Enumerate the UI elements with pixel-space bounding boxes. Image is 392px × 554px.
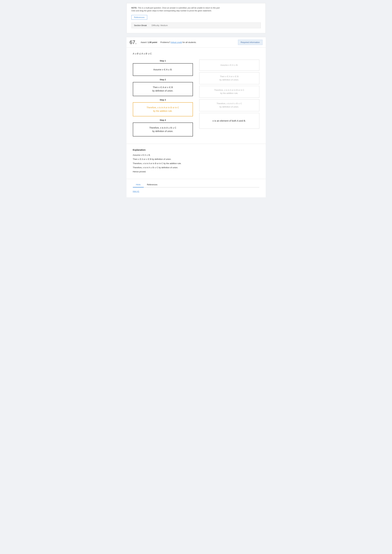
right-option-2-line2: by definition of union.	[219, 79, 239, 81]
step-4-line1: Therefore, x is in A ∪ B ∪ C	[149, 126, 176, 129]
note-section: NOTE: This is a multi-part question. Onc…	[126, 3, 266, 33]
problem-content: A ∪ B ⊆ A ∪ B ∪ C. Step 1 Assume x ∈ A ∪…	[126, 48, 266, 144]
right-option-box-2[interactable]: Then x ∈ A or x ∈ B by definition of uni…	[199, 72, 259, 84]
right-option-3-content: Therefore, x is in A or in B or in C by …	[214, 89, 244, 95]
tab-hints[interactable]: Hints	[133, 182, 144, 187]
right-option-box-3[interactable]: Therefore, x is in A or in B or in C by …	[199, 86, 259, 98]
right-option-2-content: Then x ∈ A or x ∈ B by definition of uni…	[219, 75, 239, 82]
step-group-4: Step 4 Therefore, x is in A ∪ B ∪ C by d…	[133, 119, 193, 137]
explanation-line-1: Assume x ∈ A ∪ B.	[133, 153, 259, 157]
step-2-line1: Then x ∈ A or x ∈ B	[153, 86, 173, 89]
problem-number: 67.	[130, 39, 138, 45]
tab-references[interactable]: References	[144, 182, 161, 187]
explanation-text: Assume x ∈ A ∪ B. Then x ∈ A or x ∈ B by…	[133, 153, 259, 173]
references-button[interactable]: References	[131, 15, 147, 20]
steps-right: Assume x ∈ A ∪ B. Then x ∈ A or x ∈ B by…	[199, 60, 259, 130]
right-option-box-5[interactable]: x is an element of both A and B.	[199, 113, 259, 129]
tabs-bar: Hints References	[133, 182, 259, 187]
step-4-box[interactable]: Therefore, x is in A ∪ B ∪ C by definiti…	[133, 123, 193, 137]
step-3-content: Therefore, x is in A or in B or in C by …	[147, 106, 179, 113]
right-option-5-content: x is an element of both A and B.	[212, 119, 246, 123]
step-group-3: Step 3 Therefore, x is in A or in B or i…	[133, 99, 193, 116]
step-3-label: Step 3	[133, 99, 193, 101]
explanation-section: Explanation: Assume x ∈ A ∪ B. Then x ∈ …	[126, 144, 266, 179]
note-plain: Click and drag the given steps to their …	[131, 10, 212, 12]
section-break-difficulty: Difficulty: Medium	[152, 24, 168, 27]
steps-layout: Step 1 Assume x ∈ A ∪ B. Step 2 Then x ∈…	[133, 60, 259, 139]
step-2-box[interactable]: Then x ∈ A or x ∈ B by definition of uni…	[133, 82, 193, 96]
right-option-box-1[interactable]: Assume x ∈ A ∪ B.	[199, 60, 259, 71]
problem-adjust: Problems? Adjust credit for all students…	[160, 41, 196, 43]
problems-label: Problems?	[160, 41, 170, 43]
right-option-3-line2: by the addition rule.	[220, 92, 238, 94]
right-option-2-line1: Then x ∈ A or x ∈ B	[220, 75, 238, 78]
note-text: NOTE: This is a multi-part question. Onc…	[131, 7, 261, 12]
step-group-1: Step 1 Assume x ∈ A ∪ B.	[133, 60, 193, 76]
note-bold: NOTE:	[131, 7, 137, 9]
page-wrapper: NOTE: This is a multi-part question. Onc…	[125, 0, 267, 201]
problem-statement: A ∪ B ⊆ A ∪ B ∪ C.	[133, 52, 259, 55]
explanation-line-3: Therefore, x is in A or in B or in C by …	[133, 162, 259, 165]
problem-header: 67. Award: 1.00 point Problems? Adjust c…	[126, 37, 266, 48]
award-label: Award:	[141, 41, 147, 43]
step-4-line2: by definition of union.	[152, 130, 173, 132]
required-info-button[interactable]: Required information	[238, 40, 262, 45]
right-option-4-line2: by definition of union.	[219, 106, 239, 108]
section-break-bar: Section Break Difficulty: Medium	[131, 22, 261, 28]
right-option-4-line1: Therefore, x is in A ∪ B ∪ C	[217, 102, 242, 105]
step-2-label: Step 2	[133, 78, 193, 81]
tabs-section: Hints References Hint #1	[126, 179, 266, 197]
adjust-credit-link[interactable]: Adjust credit	[171, 41, 182, 43]
explanation-line-2: Then x ∈ A or x ∈ B by definition of uni…	[133, 158, 259, 161]
step-1-label: Step 1	[133, 60, 193, 62]
right-option-box-4[interactable]: Therefore, x is in A ∪ B ∪ C by definiti…	[199, 99, 259, 111]
step-group-2: Step 2 Then x ∈ A or x ∈ B by definition…	[133, 78, 193, 96]
explanation-line-5: Hence proved.	[133, 170, 259, 173]
right-option-4-content: Therefore, x is in A ∪ B ∪ C by definiti…	[217, 102, 242, 109]
explanation-title: Explanation:	[133, 149, 259, 151]
step-1-box[interactable]: Assume x ∈ A ∪ B.	[133, 63, 193, 76]
hint-1-link[interactable]: Hint #1	[133, 190, 139, 193]
right-option-1-content: Assume x ∈ A ∪ B.	[220, 63, 238, 67]
explanation-line-4: Therefore, x is in A ∪ B ∪ C by definiti…	[133, 166, 259, 169]
note-italic: This is a multi-part question. Once an a…	[138, 7, 220, 9]
award-value: 1.00 point	[147, 41, 157, 43]
adjust-suffix: for all students.	[182, 41, 196, 43]
right-option-3-line1: Therefore, x is in A or in B or in C	[214, 89, 244, 91]
step-2-content: Then x ∈ A or x ∈ B by definition of uni…	[152, 85, 173, 93]
step-4-label: Step 4	[133, 119, 193, 121]
step-4-content: Therefore, x is in A ∪ B ∪ C by definiti…	[149, 126, 176, 133]
step-3-box[interactable]: Therefore, x is in A or in B or in C by …	[133, 102, 193, 116]
step-1-content: Assume x ∈ A ∪ B.	[153, 68, 172, 71]
section-break-label: Section Break	[134, 24, 147, 27]
step-2-line2: by definition of union.	[152, 90, 173, 92]
problem-award: Award: 1.00 point	[141, 41, 157, 43]
step-3-line2: by the addition rule.	[153, 110, 172, 112]
steps-left: Step 1 Assume x ∈ A ∪ B. Step 2 Then x ∈…	[133, 60, 193, 139]
step-3-line1: Therefore, x is in A or in B or in C	[147, 106, 179, 109]
